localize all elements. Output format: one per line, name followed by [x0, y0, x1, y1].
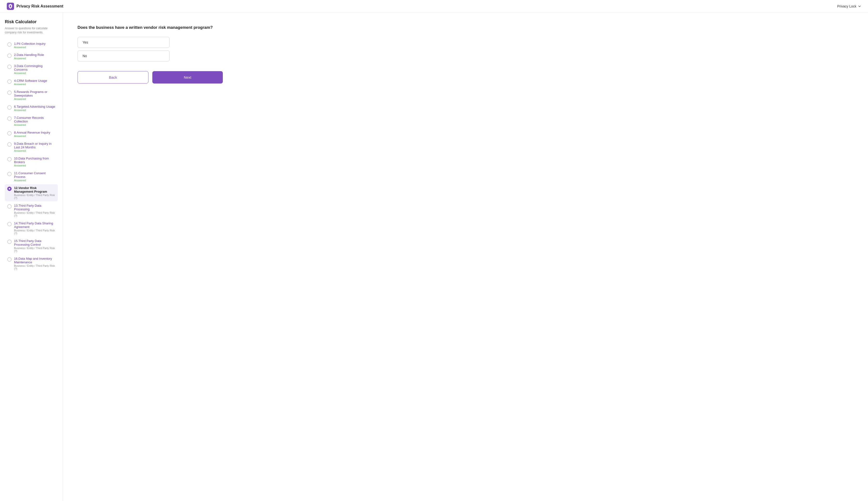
sidebar-item-1[interactable]: 1.PII Collection InquiryAnswered	[5, 40, 58, 51]
chevron-down-icon	[858, 4, 861, 8]
sidebar-item-label-15: 15.Third Party Data Processing Control	[14, 239, 55, 246]
sidebar-item-content-9: 9.Data Breach or Inquiry in Last 24 Mont…	[14, 142, 55, 152]
sidebar-item-sub-13: Business / Entity / Third Party Risk (?)	[14, 211, 55, 217]
sidebar-item-label-10: 10.Data Purchasing from Brokers	[14, 157, 55, 164]
sidebar-item-sub-7: Answered	[14, 124, 55, 126]
app-logo-icon	[7, 3, 14, 10]
radio-icon-15	[7, 239, 12, 244]
sidebar-item-content-5: 5.Rewards Programs or SweepstakesAnswere…	[14, 90, 55, 100]
sidebar-item-sub-15: Business / Entity / Third Party Risk (?)	[14, 247, 55, 253]
sidebar-item-sub-8: Answered	[14, 135, 50, 138]
radio-icon-4	[7, 79, 12, 84]
sidebar-item-content-1: 1.PII Collection InquiryAnswered	[14, 42, 45, 49]
sidebar-item-label-4: 4.CRM Software Usage	[14, 79, 47, 83]
sidebar-item-label-3: 3.Data Commingling Concerns	[14, 64, 55, 71]
sidebar-item-15[interactable]: 15.Third Party Data Processing ControlBu…	[5, 237, 58, 254]
sidebar-item-sub-4: Answered	[14, 83, 47, 86]
back-button[interactable]: Back	[77, 71, 148, 84]
header-left: Privacy Risk Assessment	[7, 3, 63, 10]
main-content: Does the business have a written vendor …	[63, 13, 868, 501]
radio-icon-6	[7, 105, 12, 110]
sidebar-item-13[interactable]: 13.Third Party Data ProcessingBusiness /…	[5, 202, 58, 219]
user-menu-label: Privacy Lock	[837, 4, 856, 8]
option-no[interactable]: No	[77, 50, 169, 62]
sidebar-item-label-14: 14.Third Party Data Sharing Agreement	[14, 222, 55, 229]
sidebar-item-label-9: 9.Data Breach or Inquiry in Last 24 Mont…	[14, 142, 55, 149]
sidebar-item-content-15: 15.Third Party Data Processing ControlBu…	[14, 239, 55, 253]
radio-icon-14	[7, 222, 12, 226]
sidebar-item-sub-12: Business / Entity / Third Party Risk (?)	[14, 194, 55, 200]
sidebar-item-label-12: 12.Vendor Risk Management Program	[14, 186, 55, 193]
radio-icon-1	[7, 42, 12, 47]
sidebar-item-sub-14: Business / Entity / Third Party Risk (?)	[14, 229, 55, 235]
sidebar-items-list: 1.PII Collection InquiryAnswered2.Data H…	[5, 40, 58, 272]
user-menu[interactable]: Privacy Lock	[837, 4, 861, 8]
sidebar-item-2[interactable]: 2.Data Handling RoleAnswered	[5, 51, 58, 62]
sidebar-item-12[interactable]: 12.Vendor Risk Management ProgramBusines…	[5, 184, 58, 201]
sidebar-item-content-4: 4.CRM Software UsageAnswered	[14, 79, 47, 86]
radio-icon-8	[7, 131, 12, 136]
sidebar-item-9[interactable]: 9.Data Breach or Inquiry in Last 24 Mont…	[5, 140, 58, 154]
sidebar-item-label-8: 8.Annual Revenue Inquiry	[14, 131, 50, 134]
radio-icon-12	[7, 186, 12, 191]
sidebar-item-content-16: 16.Data Map and Inventory MaintenanceBus…	[14, 257, 55, 270]
options-list: YesNo	[77, 37, 854, 62]
sidebar-item-11[interactable]: 11.Consumer Consent ProcessAnswered	[5, 169, 58, 184]
app-title: Privacy Risk Assessment	[17, 4, 63, 9]
sidebar-item-content-8: 8.Annual Revenue InquiryAnswered	[14, 131, 50, 138]
sidebar-item-label-11: 11.Consumer Consent Process	[14, 171, 55, 179]
app-header: Privacy Risk Assessment Privacy Lock	[0, 0, 868, 13]
radio-icon-2	[7, 53, 12, 58]
next-button[interactable]: Next	[152, 71, 223, 84]
sidebar-item-label-6: 6.Targeted Advertising Usage	[14, 105, 55, 108]
sidebar-item-content-10: 10.Data Purchasing from BrokersAnswered	[14, 157, 55, 167]
sidebar-item-content-14: 14.Third Party Data Sharing AgreementBus…	[14, 222, 55, 235]
sidebar-item-sub-5: Answered	[14, 97, 55, 100]
sidebar-item-sub-16: Business / Entity / Third Party Risk (?)	[14, 264, 55, 270]
sidebar-item-5[interactable]: 5.Rewards Programs or SweepstakesAnswere…	[5, 88, 58, 103]
sidebar-item-label-13: 13.Third Party Data Processing	[14, 204, 55, 211]
radio-icon-13	[7, 204, 12, 209]
sidebar-item-content-7: 7.Consumer Records CollectionAnswered	[14, 116, 55, 126]
main-layout: Risk Calculator Answer to questions for …	[0, 13, 868, 501]
sidebar-item-sub-3: Answered	[14, 72, 55, 75]
option-yes[interactable]: Yes	[77, 37, 169, 48]
sidebar-item-content-13: 13.Third Party Data ProcessingBusiness /…	[14, 204, 55, 217]
radio-icon-3	[7, 65, 12, 69]
radio-icon-5	[7, 90, 12, 95]
sidebar-item-sub-11: Answered	[14, 179, 55, 182]
sidebar-item-14[interactable]: 14.Third Party Data Sharing AgreementBus…	[5, 220, 58, 237]
sidebar-item-sub-10: Answered	[14, 164, 55, 167]
sidebar-item-10[interactable]: 10.Data Purchasing from BrokersAnswered	[5, 154, 58, 169]
sidebar-item-content-6: 6.Targeted Advertising UsageAnswered	[14, 105, 55, 111]
sidebar-item-label-7: 7.Consumer Records Collection	[14, 116, 55, 123]
sidebar-item-sub-6: Answered	[14, 109, 55, 111]
radio-icon-10	[7, 157, 12, 161]
sidebar-item-16[interactable]: 16.Data Map and Inventory MaintenanceBus…	[5, 255, 58, 272]
radio-icon-9	[7, 142, 12, 147]
sidebar-item-sub-1: Answered	[14, 46, 45, 49]
radio-icon-11	[7, 172, 12, 176]
sidebar-item-sub-2: Answered	[14, 57, 44, 60]
sidebar-title: Risk Calculator	[5, 19, 58, 24]
sidebar-item-label-16: 16.Data Map and Inventory Maintenance	[14, 257, 55, 264]
sidebar-item-label-5: 5.Rewards Programs or Sweepstakes	[14, 90, 55, 97]
sidebar: Risk Calculator Answer to questions for …	[0, 13, 63, 501]
sidebar-item-sub-9: Answered	[14, 149, 55, 152]
sidebar-item-label-1: 1.PII Collection Inquiry	[14, 42, 45, 45]
sidebar-item-3[interactable]: 3.Data Commingling ConcernsAnswered	[5, 62, 58, 76]
sidebar-item-content-12: 12.Vendor Risk Management ProgramBusines…	[14, 186, 55, 200]
radio-icon-7	[7, 116, 12, 121]
sidebar-item-content-3: 3.Data Commingling ConcernsAnswered	[14, 64, 55, 75]
sidebar-subtitle: Answer to questions for calculate compan…	[5, 26, 58, 35]
sidebar-item-7[interactable]: 7.Consumer Records CollectionAnswered	[5, 114, 58, 128]
svg-rect-2	[10, 7, 11, 8]
sidebar-item-4[interactable]: 4.CRM Software UsageAnswered	[5, 77, 58, 88]
sidebar-item-content-11: 11.Consumer Consent ProcessAnswered	[14, 171, 55, 182]
radio-icon-16	[7, 257, 12, 262]
sidebar-item-6[interactable]: 6.Targeted Advertising UsageAnswered	[5, 103, 58, 114]
question-text: Does the business have a written vendor …	[77, 25, 223, 30]
sidebar-item-content-2: 2.Data Handling RoleAnswered	[14, 53, 44, 60]
nav-buttons: Back Next	[77, 71, 223, 84]
sidebar-item-8[interactable]: 8.Annual Revenue InquiryAnswered	[5, 129, 58, 139]
